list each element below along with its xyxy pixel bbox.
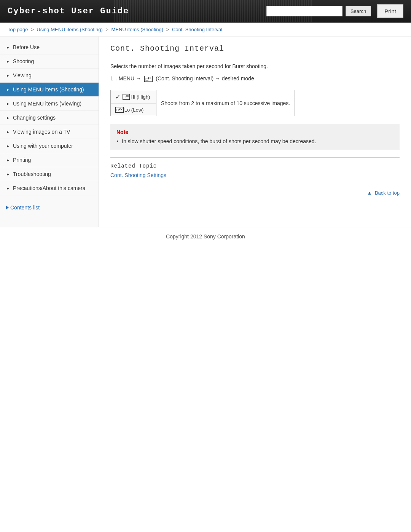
arrow-icon: ► xyxy=(6,144,10,148)
sidebar-item-changing-settings[interactable]: ► Changing settings xyxy=(0,111,99,125)
copyright: Copyright 2012 Sony Corporation xyxy=(166,233,245,240)
sidebar-item-label: Troubleshooting xyxy=(13,171,51,177)
note-title: Note xyxy=(116,129,393,135)
related-topic-link[interactable]: Cont. Shooting Settings xyxy=(110,172,166,178)
logo: Cyber-shot User Guide xyxy=(8,6,129,16)
note-item: In slow shutter speed conditions, the bu… xyxy=(116,138,393,144)
arrow-right-icon xyxy=(6,206,9,209)
step-1: 1．MENU → □HI (Cont. Shooting Interval) →… xyxy=(110,75,400,82)
sidebar: ► Before Use ► Shooting ► Viewing ► Usin… xyxy=(0,37,99,227)
page-title: Cont. Shooting Interval xyxy=(110,44,400,57)
sidebar-item-troubleshooting[interactable]: ► Troubleshooting xyxy=(0,167,99,181)
sidebar-item-printing[interactable]: ► Printing xyxy=(0,153,99,167)
related-topic: Related Topic Cont. Shooting Settings xyxy=(110,157,400,178)
description: Selects the number of images taken per s… xyxy=(110,63,400,69)
breadcrumb-using-menu[interactable]: Using MENU items (Shooting) xyxy=(37,27,102,32)
mode-description-cell: Shoots from 2 to a maximum of 10 success… xyxy=(156,90,295,116)
sidebar-item-viewing[interactable]: ► Viewing xyxy=(0,69,99,83)
search-area: Search Print xyxy=(266,4,403,18)
contents-list-link[interactable]: Contents list xyxy=(0,201,99,214)
sidebar-item-label: Using MENU items (Viewing) xyxy=(13,101,81,107)
content-area: Cont. Shooting Interval Selects the numb… xyxy=(99,37,411,227)
mode-lo-label: Lo (Low) xyxy=(124,107,144,113)
burst-hi-icon-step: □HI xyxy=(144,76,153,82)
arrow-icon: ► xyxy=(6,158,10,162)
print-button[interactable]: Print xyxy=(377,4,403,18)
breadcrumb-menu-items[interactable]: MENU items (Shooting) xyxy=(112,27,164,32)
sidebar-item-label: Viewing xyxy=(13,72,32,78)
arrow-icon: ► xyxy=(6,88,10,92)
back-to-top-label: Back to top xyxy=(375,190,400,196)
contents-list-label: Contents list xyxy=(10,204,40,211)
breadcrumb-current: Cont. Shooting Interval xyxy=(172,27,222,32)
mode-table: ✓ □HI Hi (High) Shoots from 2 to a maxim… xyxy=(110,90,295,116)
mode-hi-label: Hi (High) xyxy=(131,94,150,100)
sidebar-item-label: Using with your computer xyxy=(13,143,73,149)
sidebar-item-using-menu-shooting[interactable]: ► Using MENU items (Shooting) xyxy=(0,83,99,97)
sidebar-item-viewing-tv[interactable]: ► Viewing images on a TV xyxy=(0,125,99,139)
sidebar-item-label: Before Use xyxy=(13,44,40,50)
mode-hi-cell: ✓ □HI Hi (High) xyxy=(111,90,156,104)
arrow-icon: ► xyxy=(6,73,10,78)
note-box: Note In slow shutter speed conditions, t… xyxy=(110,124,400,150)
sidebar-item-label: Printing xyxy=(13,157,31,163)
related-topic-title: Related Topic xyxy=(110,163,400,169)
sidebar-item-label: Changing settings xyxy=(13,115,56,121)
triangle-icon: ▲ xyxy=(367,190,372,196)
sidebar-item-shooting[interactable]: ► Shooting xyxy=(0,54,99,69)
arrow-icon: ► xyxy=(6,172,10,176)
search-button[interactable]: Search xyxy=(346,6,371,16)
checkmark-icon: ✓ xyxy=(115,93,120,101)
sidebar-item-precautions[interactable]: ► Precautions/About this camera xyxy=(0,181,99,195)
steps: 1．MENU → □HI (Cont. Shooting Interval) →… xyxy=(110,75,400,82)
mode-description: Shoots from 2 to a maximum of 10 success… xyxy=(161,100,290,106)
footer: Copyright 2012 Sony Corporation xyxy=(0,227,411,246)
note-content: In slow shutter speed conditions, the bu… xyxy=(116,138,393,144)
breadcrumb: Top page > Using MENU items (Shooting) >… xyxy=(0,23,411,37)
search-input[interactable] xyxy=(266,6,342,16)
sidebar-item-label: Viewing images on a TV xyxy=(13,129,70,135)
sidebar-item-label: Shooting xyxy=(13,58,34,64)
back-to-top[interactable]: ▲ Back to top xyxy=(110,186,400,196)
sidebar-item-computer[interactable]: ► Using with your computer xyxy=(0,139,99,153)
contents-list-area: Contents list xyxy=(0,197,99,218)
sidebar-item-before-use[interactable]: ► Before Use xyxy=(0,40,99,54)
burst-lo-icon: □LO xyxy=(115,107,124,112)
arrow-icon: ► xyxy=(6,130,10,134)
arrow-icon: ► xyxy=(6,45,10,50)
sidebar-item-label: Using MENU items (Shooting) xyxy=(13,86,84,93)
table-row-hi: ✓ □HI Hi (High) Shoots from 2 to a maxim… xyxy=(111,90,295,104)
arrow-icon: ► xyxy=(6,102,10,106)
breadcrumb-top[interactable]: Top page xyxy=(8,27,28,32)
burst-hi-icon: □HI xyxy=(123,94,130,99)
mode-lo-cell: □LO Lo (Low) xyxy=(111,104,156,116)
arrow-icon: ► xyxy=(6,116,10,120)
sidebar-item-label: Precautions/About this camera xyxy=(13,185,86,191)
arrow-icon: ► xyxy=(6,186,10,190)
arrow-icon: ► xyxy=(6,59,10,64)
sidebar-item-using-menu-viewing[interactable]: ► Using MENU items (Viewing) xyxy=(0,97,99,111)
